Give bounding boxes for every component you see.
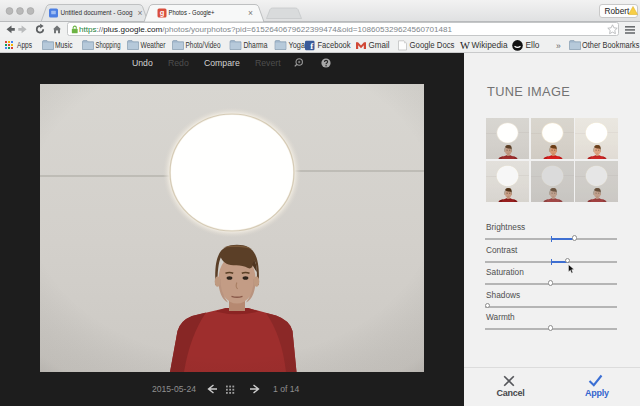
svg-text:Other Bookmarks: Other Bookmarks [582, 40, 640, 50]
svg-text:Music: Music [55, 40, 73, 50]
svg-text:Weather: Weather [141, 40, 166, 50]
svg-text:W: W [460, 40, 470, 51]
svg-text:Shopping: Shopping [96, 40, 121, 50]
svg-text:Dharma: Dharma [244, 40, 268, 50]
svg-text:Wikipedia: Wikipedia [472, 40, 508, 50]
svg-text:Apps: Apps [17, 40, 32, 50]
svg-text:×: × [248, 8, 253, 18]
svg-text:×: × [138, 8, 143, 18]
svg-text:Photos - Google+: Photos - Google+ [169, 8, 215, 17]
svg-text:Gmail: Gmail [369, 40, 390, 50]
svg-text:Yoga: Yoga [289, 40, 306, 50]
svg-text:Photo/Video: Photo/Video [186, 40, 221, 50]
svg-text:g: g [160, 8, 165, 17]
svg-text:Facebook: Facebook [318, 40, 352, 50]
svg-text:Untitled document - Goog: Untitled document - Goog [61, 8, 133, 17]
svg-text:Google Docs: Google Docs [410, 40, 455, 50]
svg-text:»: » [556, 40, 561, 50]
svg-text:Ello: Ello [526, 40, 540, 50]
